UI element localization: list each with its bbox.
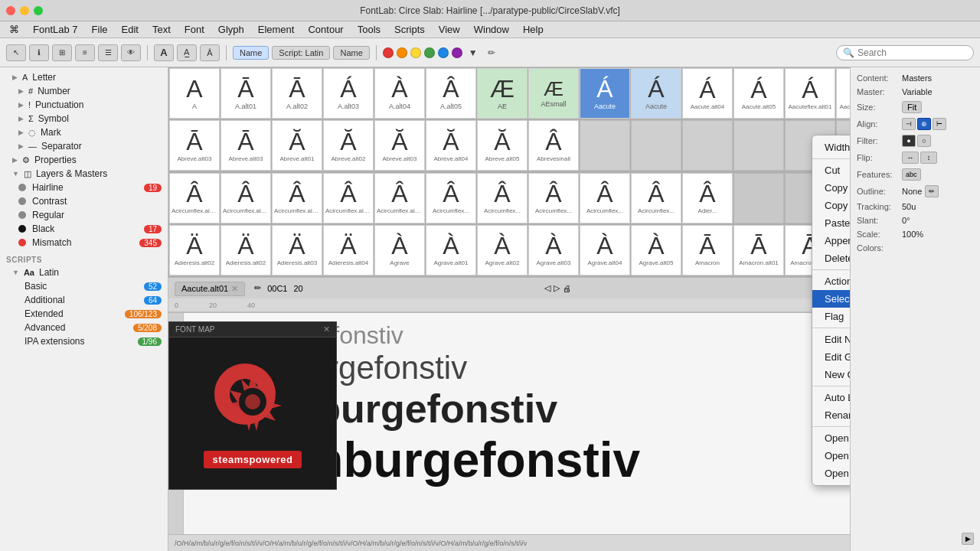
toolbar-font-a-btn[interactable]: A xyxy=(154,44,174,61)
filter-light-btn[interactable]: ○ xyxy=(917,135,931,147)
ctx-edit-glyphs[interactable]: Edit Glyphs xyxy=(812,348,850,366)
glyph-cell[interactable]: ÁAacuteflex.alt01 xyxy=(785,68,835,119)
print-icon[interactable]: 🖨 xyxy=(563,284,571,293)
glyph-cell[interactable]: ÄAdieresis.alt04 xyxy=(323,225,374,276)
sidebar-item-number[interactable]: ▶ # Number xyxy=(0,84,168,98)
name-tab-2[interactable]: Name xyxy=(333,46,369,60)
sidebar-item-extended[interactable]: Extended 106/123 xyxy=(0,307,168,321)
glyph-cell[interactable]: ÀAgrave.alt05 xyxy=(631,225,681,276)
flip-v-btn[interactable]: ↕ xyxy=(920,152,937,164)
glyph-cell-selected2[interactable]: ÆAEsmall xyxy=(528,68,579,119)
glyph-cell[interactable]: ÀAgrave.alt02 xyxy=(477,225,528,276)
close-button[interactable] xyxy=(6,6,15,15)
glyph-cell[interactable]: ÂAcircumflex.alt04 xyxy=(272,173,322,223)
font-map-close[interactable]: ✕ xyxy=(323,324,330,334)
glyph-cell[interactable]: ĀA.alt02 xyxy=(272,68,322,119)
toolbar-arrow-btn[interactable]: ↖ xyxy=(6,44,26,61)
sidebar-item-letter[interactable]: ▶ A Letter xyxy=(0,70,168,84)
glyph-cell[interactable]: ÀAgrave xyxy=(374,225,425,276)
glyph-cell[interactable]: ÁAacute xyxy=(631,68,681,119)
filter-dark-btn[interactable]: ● xyxy=(902,135,916,147)
glyph-cell[interactable]: ĀA.alt01 xyxy=(220,68,271,119)
align-left-btn[interactable]: ⊣ xyxy=(902,118,916,130)
layer-mismatch[interactable]: Mismatch 345 xyxy=(0,236,168,249)
color-purple[interactable] xyxy=(452,47,462,58)
menu-fontlab[interactable]: FontLab 7 xyxy=(27,22,84,37)
glyph-cell[interactable]: ÂAcircumflex.alt02 xyxy=(169,173,220,223)
color-red[interactable] xyxy=(383,47,394,58)
menu-scripts[interactable]: Scripts xyxy=(388,22,431,37)
glyph-cell[interactable]: ÁAacute.alt04 xyxy=(682,68,733,119)
maximize-button[interactable] xyxy=(34,6,43,15)
glyph-cell[interactable]: ĂAbreve.alt04 xyxy=(426,120,476,171)
menu-apple[interactable]: ⌘ xyxy=(3,22,25,37)
glyph-cell[interactable]: ÂAcircumflex... xyxy=(528,173,579,223)
align-center-btn[interactable]: ⊕ xyxy=(917,118,931,130)
flip-h-btn[interactable]: ↔ xyxy=(902,152,919,164)
glyph-cell[interactable]: ÂAcircumflex.alt03 xyxy=(220,173,271,223)
glyph-cell[interactable] xyxy=(631,120,681,171)
nav-back[interactable]: ◁ xyxy=(544,283,550,293)
menu-view[interactable]: View xyxy=(433,22,466,37)
color-more-btn[interactable]: ▼ xyxy=(466,45,481,60)
glyph-cell-selected[interactable]: ÆAE xyxy=(477,68,528,119)
toolbar-details-btn[interactable]: ☰ xyxy=(98,44,118,61)
glyph-tab-close[interactable]: ✕ xyxy=(231,284,238,294)
align-right-btn[interactable]: ⊢ xyxy=(933,118,946,130)
glyph-cell[interactable]: ÀAgrave.alt01 xyxy=(426,225,476,276)
ctx-new-glyph[interactable]: New Glyph... xyxy=(812,366,850,383)
sidebar-item-mark[interactable]: ▶ ◌ Mark xyxy=(0,126,168,139)
sidebar-item-basic[interactable]: Basic 52 xyxy=(0,279,168,293)
glyph-cell-aacute[interactable]: ÁAacute xyxy=(580,68,630,119)
glyph-cell[interactable]: ÂAcircumflex... xyxy=(426,173,476,223)
menu-glyph[interactable]: Glyph xyxy=(212,22,250,37)
sidebar-item-additional[interactable]: Additional 64 xyxy=(0,293,168,307)
menu-help[interactable]: Help xyxy=(517,22,550,37)
toolbar-glyph-a-btn[interactable]: A̲ xyxy=(177,44,197,61)
ctx-cut[interactable]: Cut xyxy=(812,161,850,179)
sidebar-item-advanced[interactable]: Advanced 5/208 xyxy=(0,321,168,334)
glyph-cell[interactable]: ÂAcircumflex... xyxy=(477,173,528,223)
ctx-open-font-info[interactable]: Open Font Info Panel xyxy=(812,429,850,447)
glyph-cell[interactable]: ĀAmacron xyxy=(682,225,733,276)
sidebar-item-ipa[interactable]: IPA extensions 1/96 xyxy=(0,334,168,348)
ctx-select[interactable]: Select ▶ xyxy=(812,290,850,308)
ctx-open-fonts[interactable]: Open Fonts Panel xyxy=(812,447,850,465)
ctx-rename-glyph[interactable]: Rename Glyph... xyxy=(812,406,850,424)
layer-contrast[interactable]: Contrast xyxy=(0,194,168,208)
toolbar-info-btn[interactable]: ℹ xyxy=(29,44,49,61)
glyph-cell[interactable]: ÄAdieresis.alt02 xyxy=(169,225,220,276)
glyph-cell[interactable]: ÄAdieresis.alt02 xyxy=(220,225,271,276)
ctx-flag[interactable]: Flag ▶ xyxy=(812,308,850,325)
glyph-cell[interactable]: ÀAgrave.alt03 xyxy=(528,225,579,276)
glyph-cell[interactable]: ÂA.alt05 xyxy=(426,68,476,119)
layer-black[interactable]: Black 17 xyxy=(0,222,168,236)
glyph-cell[interactable]: ÁAacute.alt05 xyxy=(733,68,784,119)
ctx-edit-note[interactable]: Edit Note xyxy=(812,331,850,348)
toolbar-preview-btn[interactable]: 👁 xyxy=(121,44,141,61)
ctx-auto-layer[interactable]: Auto Layer xyxy=(812,389,850,406)
glyph-cell[interactable] xyxy=(580,120,630,171)
ctx-actions[interactable]: Actions... xyxy=(812,272,850,290)
glyph-tab[interactable]: Aacute.alt01 ✕ xyxy=(175,282,245,296)
glyph-cell[interactable]: ÀA.alt04 xyxy=(374,68,425,119)
ctx-open-glyph[interactable]: Open Glyph Panel xyxy=(812,465,850,482)
name-tab[interactable]: Name xyxy=(233,46,269,60)
search-input[interactable] xyxy=(858,47,967,58)
menu-element[interactable]: Element xyxy=(252,22,301,37)
glyph-cell[interactable] xyxy=(733,173,784,223)
glyph-cell[interactable]: ĀAbreve.alt03 xyxy=(169,120,220,171)
menu-file[interactable]: File xyxy=(86,22,114,37)
nav-fwd[interactable]: ▷ xyxy=(554,283,560,293)
glyph-cell[interactable]: ĂAbreve.alt03 xyxy=(374,120,425,171)
glyph-cell[interactable]: ÁAacuteflex.alt02 xyxy=(836,68,850,119)
menu-font[interactable]: Font xyxy=(178,22,211,37)
glyph-cell[interactable]: ÂAcircumflex.alt05 xyxy=(323,173,374,223)
ctx-paste[interactable]: Paste xyxy=(812,214,850,232)
ctx-delete[interactable]: Delete xyxy=(812,249,850,267)
glyph-cell[interactable]: ĂAbreve.alt01 xyxy=(272,120,322,171)
glyph-cell[interactable]: ÁA.alt03 xyxy=(323,68,374,119)
glyph-cell[interactable]: ÄAdieresis.alt03 xyxy=(272,225,322,276)
minimize-button[interactable] xyxy=(20,6,29,15)
layer-regular[interactable]: Regular xyxy=(0,208,168,222)
